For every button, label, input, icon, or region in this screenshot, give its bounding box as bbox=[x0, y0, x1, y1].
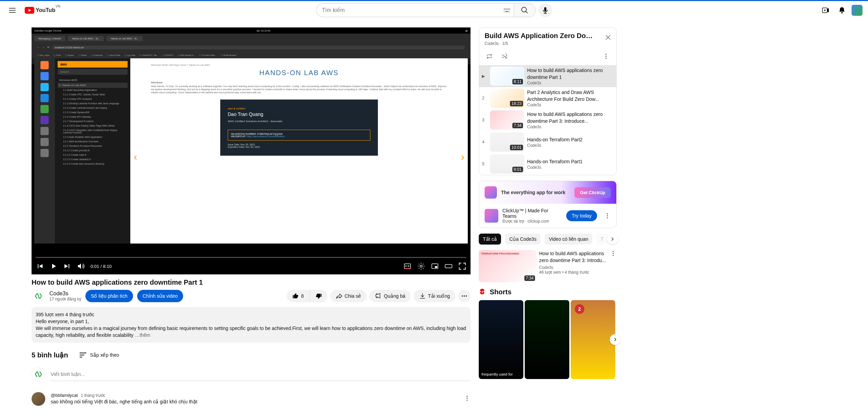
virtual-keyboard-button[interactable] bbox=[500, 3, 514, 17]
carousel-prev-icon: ‹ bbox=[134, 151, 137, 163]
related-thumb: TERRAFORM PROVISIONING 7:34 bbox=[479, 250, 536, 282]
more-actions-button[interactable] bbox=[458, 290, 471, 302]
create-button[interactable] bbox=[819, 3, 832, 17]
shorts-next-button[interactable] bbox=[610, 334, 621, 345]
svg-point-27 bbox=[607, 213, 608, 214]
time-display: 0:01 / 8:10 bbox=[91, 264, 111, 269]
filter-chip-partial[interactable]: T bbox=[596, 234, 608, 245]
sidebar-app-icon bbox=[40, 94, 49, 102]
comment-item: @bbfamilycat 1 tháng trước sao không nói… bbox=[32, 392, 471, 406]
sidebar-app-icon bbox=[40, 72, 49, 80]
ad-menu-button[interactable] bbox=[604, 212, 611, 219]
shorts-item[interactable]: frequently used for bbox=[479, 300, 523, 379]
video-player[interactable]: Activities Google Chrome Apr 18 22:56 ⏻ … bbox=[32, 27, 471, 274]
voice-search-button[interactable] bbox=[538, 3, 552, 17]
my-avatar[interactable] bbox=[32, 367, 45, 381]
edit-video-button[interactable]: Chỉnh sửa video bbox=[137, 290, 183, 302]
playlist-item[interactable]: ▶ 8:11 How to build AWS applications zer… bbox=[479, 65, 616, 87]
description-more[interactable]: …thêm bbox=[135, 332, 150, 338]
sort-button[interactable]: Sắp xếp theo bbox=[79, 351, 119, 359]
playlist-item[interactable]: 2 18:23 Part 2 Analytics and Draw AWS Ar… bbox=[479, 87, 616, 109]
playlist-menu-button[interactable] bbox=[600, 50, 612, 62]
next-button[interactable] bbox=[63, 262, 71, 270]
nav-subitem: 2.2.2.2 Create main.tf bbox=[58, 153, 128, 157]
theater-icon bbox=[444, 262, 453, 270]
promote-label: Quảng bá bbox=[384, 293, 405, 299]
nav-subitem: 2.1.9 CICD Integration with CodeBuild Au… bbox=[58, 128, 128, 135]
like-button[interactable]: 8 bbox=[287, 290, 310, 302]
video-title: How to build AWS applications zero downt… bbox=[32, 279, 471, 286]
miniplayer-icon bbox=[431, 262, 439, 270]
ad-title[interactable]: ClickUp™ | Made For Teams bbox=[502, 208, 562, 219]
shorts-heading: Shorts bbox=[490, 288, 511, 296]
theater-button[interactable] bbox=[444, 262, 453, 270]
filter-chip-all[interactable]: Tất cả bbox=[479, 234, 501, 245]
notifications-button[interactable] bbox=[835, 3, 849, 17]
settings-button[interactable] bbox=[417, 262, 425, 270]
volume-button[interactable] bbox=[77, 262, 85, 270]
miniplayer-button[interactable] bbox=[431, 262, 439, 270]
related-video-item[interactable]: TERRAFORM PROVISIONING 7:34 How to build… bbox=[479, 250, 617, 282]
comment-user-avatar[interactable] bbox=[32, 392, 45, 406]
loop-button[interactable] bbox=[483, 50, 496, 62]
ad-banner[interactable]: The everything app for work Get ClickUp bbox=[479, 181, 616, 204]
guide-menu-button[interactable] bbox=[5, 3, 19, 17]
nav-subitem: 2.1.6 Create API Gateway bbox=[58, 115, 128, 119]
channel-avatar-icon bbox=[34, 292, 43, 300]
playlist-item[interactable]: 4 10:01 Hands-on Terraform Part2 Code3s bbox=[479, 131, 616, 153]
ad-banner-button[interactable]: Get ClickUp bbox=[574, 187, 611, 198]
search-input[interactable] bbox=[316, 3, 500, 17]
description-box[interactable]: 395 lượt xem 4 tháng trước Hello everyon… bbox=[32, 307, 471, 343]
dislike-button[interactable] bbox=[310, 290, 328, 302]
comments-header: 5 bình luận Sắp xếp theo bbox=[32, 351, 471, 359]
account-avatar[interactable] bbox=[852, 5, 863, 16]
ad-cta-button[interactable]: Try today bbox=[566, 210, 597, 221]
related-menu-button[interactable] bbox=[610, 250, 617, 257]
skip-next-icon bbox=[63, 262, 71, 270]
playlist-item[interactable]: 5 8:01 Hands-on Terraform Part1 Code3s bbox=[479, 153, 616, 175]
related-duration: 7:34 bbox=[524, 275, 535, 281]
download-button[interactable]: Tải xuống bbox=[414, 290, 455, 302]
youtube-logo[interactable]: YouTube VN bbox=[25, 7, 56, 14]
page-main-title: HANDS-ON LAB AWS bbox=[151, 69, 447, 77]
playlist-thumb: 8:11 bbox=[490, 67, 524, 86]
search-button[interactable] bbox=[514, 3, 536, 17]
svg-rect-10 bbox=[544, 7, 546, 11]
promote-button[interactable]: Quảng bá bbox=[369, 290, 411, 302]
play-button[interactable] bbox=[49, 262, 58, 270]
filter-chip-related[interactable]: Video có liên quan bbox=[545, 234, 592, 245]
channel-avatar[interactable] bbox=[32, 289, 45, 303]
bookmark-item: ▢ Log Task bbox=[124, 54, 135, 56]
channel-name[interactable]: Code3s bbox=[49, 291, 81, 297]
share-button[interactable]: Chia sẻ bbox=[330, 290, 367, 302]
comment-menu-button[interactable] bbox=[464, 395, 471, 402]
previous-button[interactable] bbox=[36, 262, 44, 270]
playlist-close-button[interactable] bbox=[604, 33, 612, 42]
comment-input[interactable] bbox=[51, 367, 471, 381]
analytics-button[interactable]: Số liệu phân tích bbox=[85, 290, 133, 302]
svg-rect-6 bbox=[508, 9, 508, 10]
playlist-item-title: Hands-on Terraform Part1 bbox=[527, 158, 614, 165]
bookmark-item: ▢ All Bookmarks bbox=[221, 54, 237, 56]
shuffle-button[interactable] bbox=[498, 50, 511, 62]
bookmark-item: ▢ View Profile bbox=[107, 54, 120, 56]
video-meta-row: Code3s 17 người đăng ký Số liệu phân tíc… bbox=[32, 289, 471, 303]
playlist-channel[interactable]: Code3s bbox=[485, 41, 499, 46]
shorts-item[interactable]: 2 bbox=[571, 300, 615, 379]
chips-next-button[interactable] bbox=[607, 234, 618, 245]
captions-button[interactable] bbox=[403, 262, 412, 270]
playlist-item-title: Part 2 Analytics and Draw AWS Architectu… bbox=[527, 89, 614, 103]
filter-chip-from-channel[interactable]: Của Code3s bbox=[505, 234, 540, 245]
playlist-item[interactable]: 3 7:34 How to build AWS applications zer… bbox=[479, 109, 616, 131]
comment-author[interactable]: @bbfamilycat bbox=[51, 393, 78, 398]
playlist-duration: 8:01 bbox=[512, 167, 523, 172]
url-text: localhost:1313/2-hands-on/ bbox=[52, 46, 465, 49]
bookmark-item: ▢ ChatGPT-4 - Be... bbox=[139, 54, 158, 56]
bookmark-item: ▢ Others bbox=[78, 54, 87, 56]
search-icon bbox=[521, 6, 529, 14]
shorts-item[interactable] bbox=[525, 300, 569, 379]
nav-subitem: 2.2.2 Terraform Provision Resources bbox=[58, 144, 128, 148]
bell-icon bbox=[838, 6, 846, 14]
fullscreen-button[interactable] bbox=[458, 262, 466, 270]
sort-label: Sắp xếp theo bbox=[90, 352, 119, 358]
